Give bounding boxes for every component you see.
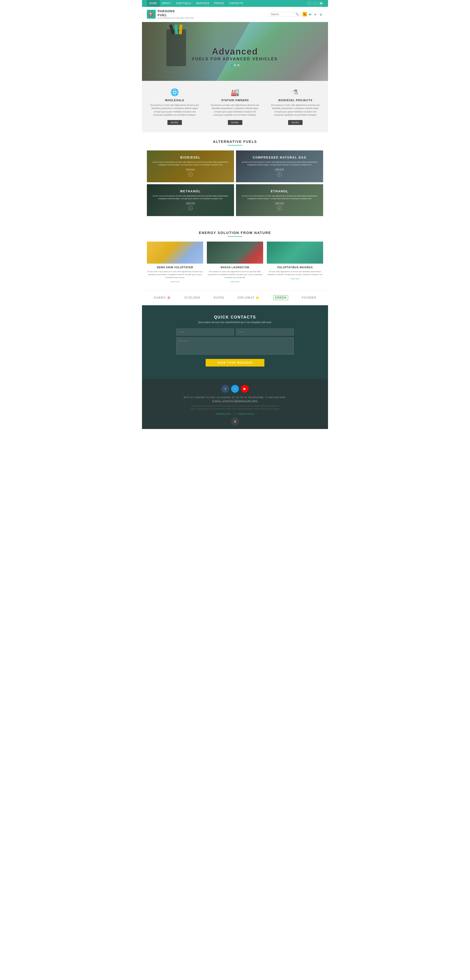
back-to-top-button[interactable]: ∧ [231,417,239,425]
station-read-more-3[interactable]: read more [267,278,323,280]
nav-our-fuels[interactable]: OUR FUELS [173,0,194,7]
station-title-2: MASSA LAOREETUM [207,266,263,269]
qc-message-input[interactable] [176,337,294,355]
stop-icon[interactable]: □ [313,1,317,6]
station-title-1: NEMO ENIM VOLUPTATEM [147,266,203,269]
station-owners-text: Eccusamus et iusto odio dignissimos duci… [210,103,260,117]
station-card-2: MASSA LAOREETUM Eccusamus et iusto odio … [207,242,263,283]
nav-contacts[interactable]: CONTACTS [226,0,246,7]
hero-text: Advanced FUELS FOR ADVANCED VEHICLES [192,46,278,66]
wholesale-title: WHOLESALE [149,99,200,102]
hero-section: Advanced FUELS FOR ADVANCED VEHICLES [142,22,328,81]
social-icon-3[interactable]: ▶ [313,12,318,16]
hero-dot-2[interactable] [234,64,236,66]
footer-email: E-MAIL: CONTACT@DEMOLINK.ORG [147,399,323,402]
search-icon[interactable]: 🔍 [295,13,299,16]
methanol-overlay: METHANOL At vero eos et accusamus et ius… [147,184,234,216]
footer-youtube-icon[interactable]: ▶ [241,385,249,393]
fuel-card-methanol[interactable]: METHANOL At vero eos et accusamus et ius… [147,184,234,216]
footer-brand-link[interactable]: PARSONS FUEL [216,413,230,415]
fuel-card-ethanol[interactable]: ETHANOL At vero eos et accusamus et iust… [236,184,323,216]
alt-fuels-divider [228,145,242,146]
methanol-name: METHANOL [180,189,201,193]
question-icon[interactable]: ? [307,1,311,6]
hero-dots [192,64,278,66]
biodiesel-overlay: BIODIESEL At vero eos et accusamus et iu… [147,150,234,182]
cng-read-more[interactable]: read more [275,168,284,171]
biodiesel-more-button[interactable]: MORE [288,120,303,125]
cng-name: COMPRESSED NATURAL GAS [253,156,306,159]
brand-name: PARSONSFUEL [158,9,194,17]
station-read-more-2[interactable]: read more [207,280,263,283]
logo: ⛽ PARSONSFUEL & ALTERNATIVE FUELING STAT… [147,9,194,19]
station-img-3 [267,242,323,264]
brand-sub: & ALTERNATIVE FUELING STATION [158,17,194,19]
alt-fuels-title: ALTERNATIVE FUELS [147,140,323,143]
footer-social-icons: t 🐦 ▶ [147,385,323,393]
methanol-read-more[interactable]: read more [186,202,195,205]
partner-foower: FOOWER [302,296,316,299]
footer-privacy-link[interactable]: PRIVACY POLICY [238,413,254,415]
station-read-more-1[interactable]: read more [147,280,203,283]
nav-services[interactable]: SERVICES [194,0,212,7]
biodiesel-read-more[interactable]: read more [186,168,195,171]
bookmark-icon[interactable]: 🔖 [303,12,307,16]
qc-subtitle: Quis autem vel eum iure reprehenderit qu… [176,321,294,324]
fuel-grid: BIODIESEL At vero eos et accusamus et iu… [147,150,323,216]
nav-prices[interactable]: PRICES [212,0,226,7]
station-text-2: Eccusamus et iusto odio dignissimos duci… [207,270,263,279]
partner-zcolden: ZCOLDEN [184,296,200,299]
fuel-card-cng[interactable]: COMPRESSED NATURAL GAS At vero eos et ac… [236,150,323,182]
header-right: 🔍 🔖 🐦 ▶ 📡 [269,12,323,17]
energy-section: ENERGY SOLUTION FROM NATURE NEMO ENIM VO… [142,223,328,290]
footer-copyright-text: © 2015 [231,413,238,415]
methanol-circle-icon: + [188,206,193,210]
station-card-3: VOLUPTATIBUS MAIORES Dt iusto odio digni… [267,242,323,283]
ethanol-circle-icon: + [277,206,282,210]
partner-gabro: GABRO 🌸 [154,296,171,299]
partner-green: green [273,295,288,300]
station-text-3: Dt iusto odio dignissimos ducimus qui bl… [267,270,323,276]
wholesale-text: Eccusamus et iusto odio dignissimos duci… [149,103,200,117]
hero-dot-3[interactable] [237,64,240,66]
header-social-icons: 🔖 🐦 ▶ 📡 [303,12,323,16]
logo-icon: ⛽ [147,10,156,19]
qc-title: QUICK CONTACTS [176,315,294,320]
hero-dot-1[interactable] [230,64,233,66]
fuel-card-biodiesel[interactable]: BIODIESEL At vero eos et accusamus et iu… [147,150,234,182]
alternative-fuels-section: ALTERNATIVE FUELS BIODIESEL At vero eos … [142,132,328,223]
footer-tumblr-icon[interactable]: t [221,385,229,393]
logo-text: PARSONSFUEL & ALTERNATIVE FUELING STATIO… [158,9,194,19]
ethanol-overlay: ETHANOL At vero eos et accusamus et iust… [236,184,323,216]
biodiesel-projects-title: BIODIESEL PROJECTS [270,99,321,102]
methanol-desc: At vero eos et accusamus et iusto odio d… [149,194,232,200]
footer-copyright: PARSONS FUEL © 2015 PRIVACY POLICY [147,413,323,415]
station-owners-more-button[interactable]: MORE [228,120,242,125]
station-owners-icon: 🏭 [210,88,260,96]
search-input[interactable] [271,13,295,16]
footer-lorem: Lorem ipsum dolor sit amet, consectetur … [189,404,281,410]
qc-submit-button[interactable]: SEND YOUR MESSAGE [206,359,264,366]
nav-home[interactable]: HOME [147,0,160,7]
qc-email-input[interactable] [236,329,294,336]
qc-name-email-row [176,329,294,336]
rss-icon[interactable]: 📡 [319,12,323,16]
quick-contacts-section: QUICK CONTACTS Quis autem vel eum iure r… [142,305,328,379]
search-box[interactable]: 🔍 [269,12,301,17]
qc-name-input[interactable] [176,329,234,336]
nav-about[interactable]: ABOUT [160,0,173,7]
phone-icon[interactable]: ☎ [319,1,323,6]
station-title-3: VOLUPTATIBUS MAIORES [267,266,323,269]
ethanol-read-more[interactable]: read more [275,202,284,205]
wholesale-icon: 🌐 [149,88,200,96]
energy-divider [228,236,242,237]
features-section: 🌐 WHOLESALE Eccusamus et iusto odio dign… [142,81,328,132]
ethanol-desc: At vero eos et accusamus et iusto odio d… [238,194,321,200]
wholesale-more-button[interactable]: MORE [167,120,182,125]
biodiesel-projects-icon: ⚗ [270,88,321,96]
station-card-1: NEMO ENIM VOLUPTATEM At vero eos et accu… [147,242,203,283]
station-grid: NEMO ENIM VOLUPTATEM At vero eos et accu… [147,242,323,283]
twitter-icon[interactable]: 🐦 [308,12,312,16]
footer-twitter-icon[interactable]: 🐦 [231,385,239,393]
feature-biodiesel: ⚗ BIODIESEL PROJECTS Eccusamus et iusto … [268,88,323,125]
